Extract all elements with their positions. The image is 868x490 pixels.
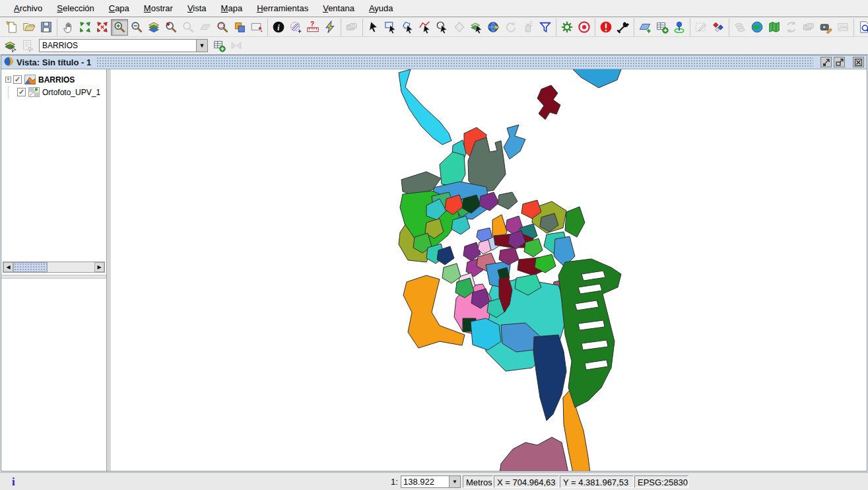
status-info-icon: i — [12, 475, 21, 487]
map-polygon-blue-northeast — [573, 69, 622, 88]
close-window-button[interactable] — [853, 57, 864, 67]
gvsig-logo-icon — [4, 57, 13, 68]
titlebar-texture — [96, 57, 813, 67]
select-polygon-button[interactable] — [399, 19, 417, 36]
zoom-area-button[interactable] — [214, 19, 231, 36]
save-extent-button[interactable] — [248, 19, 265, 36]
layer-toolbar: ▼ — [0, 37, 868, 55]
diamonds-icon — [712, 20, 725, 34]
toc-splitter[interactable] — [1, 275, 106, 279]
menu-herramientas[interactable]: Herramientas — [250, 1, 316, 17]
scrollbar-thumb[interactable] — [13, 262, 48, 272]
open-project-button[interactable] — [20, 19, 38, 36]
layers-icon — [147, 20, 160, 34]
new-table-button[interactable] — [653, 19, 671, 36]
vector-layer-icon — [24, 75, 36, 85]
new-project-button[interactable] — [3, 19, 20, 36]
scrollbar-track[interactable] — [48, 262, 94, 272]
extent-overlap-button[interactable] — [231, 19, 248, 36]
web-map-button[interactable] — [749, 19, 766, 36]
georeferencing-button[interactable] — [817, 19, 834, 36]
sync-button — [783, 19, 800, 36]
toc-horizontal-scrollbar[interactable]: ◀ ▶ — [3, 262, 105, 273]
zoom-out-button[interactable] — [128, 19, 145, 36]
toolbox-button[interactable] — [615, 19, 632, 36]
add-event-theme-button[interactable] — [671, 19, 688, 36]
clear-selection-button — [519, 19, 537, 36]
menu-ventana[interactable]: Ventana — [316, 1, 362, 17]
select-by-theme-button[interactable] — [485, 19, 502, 36]
maximize-window-button[interactable] — [834, 57, 845, 67]
view-titlebar[interactable]: Vista: Sin título - 1 — [1, 55, 867, 69]
buffer-area-button[interactable] — [287, 19, 304, 36]
mag-rect-icon — [216, 20, 229, 34]
select-circle-button[interactable] — [434, 19, 451, 36]
target-icon — [578, 20, 591, 34]
squares-icon — [233, 20, 246, 34]
center-to-point-button[interactable] — [576, 19, 593, 36]
symbology-levels-button[interactable] — [710, 19, 727, 36]
units-field: Metros — [463, 475, 493, 488]
zoom-previous-button — [180, 19, 197, 36]
image-icon — [836, 20, 850, 34]
map-polygon-cyan-strip — [399, 69, 451, 145]
refresh-icon — [504, 20, 517, 34]
save-project-button[interactable] — [38, 19, 55, 36]
info-tool-button[interactable]: i — [270, 19, 287, 36]
scale-input[interactable] — [401, 475, 450, 488]
cursor-poly-icon — [401, 20, 415, 34]
scale-dropdown-arrow-icon[interactable]: ▼ — [450, 475, 461, 488]
floppy-icon — [40, 20, 53, 34]
epsg-field: EPSG:25830 — [634, 475, 688, 488]
toc-layer-ortofoto-upv-1[interactable]: ✓Ortofoto_UPV_1 — [4, 86, 106, 98]
menu-vista[interactable]: Vista — [180, 1, 214, 17]
zoom-full-extent-button[interactable] — [94, 19, 111, 36]
document-preview-button[interactable] — [856, 19, 868, 36]
menu-archivo[interactable]: Archivo — [7, 1, 50, 17]
zoom-in-button[interactable] — [111, 19, 128, 36]
measure-distance-button[interactable]: ? — [304, 19, 321, 36]
new-view-button[interactable] — [636, 19, 653, 36]
menu-seleccion[interactable]: Selección — [50, 1, 101, 17]
mag-plus-icon — [113, 20, 126, 34]
filter-button[interactable] — [537, 19, 554, 36]
toc-order-button[interactable] — [2, 38, 19, 54]
select-point-button[interactable] — [365, 19, 382, 36]
zoom-layer-manager-button[interactable] — [145, 19, 162, 36]
scroll-right-arrow-icon[interactable]: ▶ — [94, 262, 104, 272]
toc-layers-icon — [4, 39, 17, 52]
toc-layer-barrios[interactable]: +✓BARRIOS — [4, 73, 106, 86]
zoom-fit-button[interactable] — [77, 19, 94, 36]
select-by-layer-button[interactable] — [468, 19, 485, 36]
barrios-map — [111, 69, 867, 471]
map-polygon-maroon-northeast — [537, 85, 560, 120]
menu-ayuda[interactable]: Ayuda — [362, 1, 401, 17]
info-icon: i — [272, 20, 285, 34]
tree-expander-icon[interactable]: + — [5, 77, 11, 83]
select-polyline-button[interactable] — [417, 19, 434, 36]
select-rectangle-button[interactable] — [382, 19, 399, 36]
map-polygon-springgreen-north — [440, 152, 465, 186]
iconify-window-button[interactable] — [820, 57, 832, 67]
map-canvas[interactable] — [111, 69, 867, 471]
menu-mostrar[interactable]: Mostrar — [137, 1, 180, 17]
measure-area-button[interactable] — [321, 19, 339, 36]
new-map-button[interactable] — [766, 19, 783, 36]
add-table-button[interactable] — [211, 38, 228, 54]
pan-tool-button[interactable] — [59, 19, 77, 36]
toolbar-group — [729, 18, 854, 36]
table-add-icon — [655, 20, 669, 34]
warn-icon — [599, 20, 613, 34]
layer-selector-dropdown-arrow-icon[interactable]: ▼ — [196, 39, 208, 52]
scroll-left-arrow-icon[interactable]: ◀ — [3, 262, 13, 272]
preferences-button[interactable] — [558, 19, 576, 36]
layer-visibility-checkbox[interactable]: ✓ — [13, 75, 22, 84]
layer-visibility-checkbox[interactable]: ✓ — [17, 88, 26, 96]
menu-capa[interactable]: Capa — [102, 1, 137, 17]
refresh2-icon — [785, 20, 798, 34]
layer-selector-input[interactable] — [39, 39, 196, 52]
menu-mapa[interactable]: Mapa — [214, 1, 250, 17]
tree-line — [8, 86, 17, 98]
zoom-selection-button[interactable] — [162, 19, 180, 36]
error-log-button[interactable] — [597, 19, 615, 36]
